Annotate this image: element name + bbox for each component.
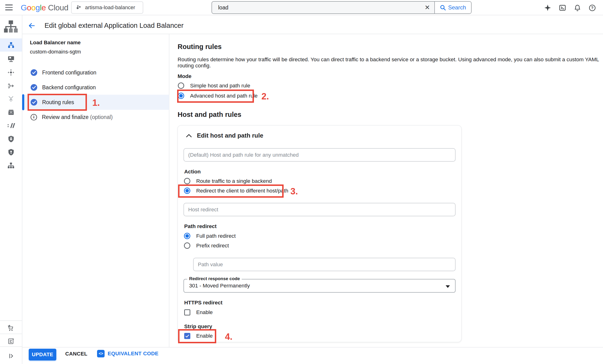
step-review-finalize[interactable]: i Review and finalize (optional) (22, 110, 169, 125)
sidebar-item-marketplace[interactable] (0, 321, 22, 335)
back-arrow-icon[interactable] (28, 22, 36, 29)
sidebar-item-load-balancing[interactable] (0, 38, 22, 52)
sidebar-item-topology[interactable] (0, 159, 22, 172)
rail-divider-line (0, 346, 22, 347)
sidebar-item-traffic-director[interactable] (0, 79, 22, 92)
radio-selected-icon (184, 188, 190, 194)
release-notes-icon (7, 338, 15, 345)
logo-letter: G (21, 3, 27, 12)
load-balancing-product-icon (3, 20, 19, 34)
sidebar-item-network-security[interactable] (0, 132, 22, 146)
archive-box-icon (8, 109, 15, 116)
cancel-button[interactable]: CANCEL (65, 351, 87, 357)
routing-rules-heading: Routing rules (178, 43, 222, 51)
annotation-number-2: 2. (261, 91, 269, 102)
check-circle-icon (31, 84, 37, 91)
radio-label: Simple host and path rule (190, 83, 250, 89)
step-frontend-configuration[interactable]: Frontend configuration (22, 65, 169, 80)
google-cloud-logo: GoogleCloud (21, 3, 68, 12)
search-bar: ✕ Search (211, 1, 472, 14)
logo-letter: o (27, 3, 31, 12)
radio-label: Prefix redirect (196, 243, 229, 249)
path-redirect-label: Path redirect (184, 223, 217, 229)
sidebar-collapse-toggle[interactable] (0, 349, 22, 363)
page-title: Edit global external Application Load Ba… (45, 22, 184, 29)
equivalent-code-button[interactable]: <> EQUIVALENT CODE (97, 350, 159, 357)
help-icon[interactable]: ? (588, 3, 597, 12)
radio-icon (178, 82, 184, 89)
step-label: Review and finalize (optional) (42, 114, 113, 120)
optional-suffix: (optional) (90, 114, 113, 120)
host-redirect-input[interactable] (184, 203, 455, 216)
notifications-bell-icon[interactable] (573, 3, 582, 12)
search-input[interactable] (212, 2, 420, 13)
step-label: Backend configuration (42, 84, 96, 91)
code-icon: <> (97, 350, 104, 357)
project-selector[interactable]: artisma-load-balancer (71, 1, 143, 14)
sidebar-item-archive[interactable] (0, 106, 22, 119)
chevron-up-icon (186, 134, 192, 137)
shield-lock-icon (8, 135, 14, 142)
rail-divider-line (0, 320, 22, 321)
cart-icon (7, 324, 15, 332)
update-button[interactable]: UPDATE (29, 349, 56, 361)
radio-prefix-redirect[interactable]: Prefix redirect (184, 242, 229, 249)
select-floating-label: Redirect response code (187, 276, 242, 281)
clear-search-icon[interactable]: ✕ (420, 2, 434, 13)
move-diamond-icon (7, 69, 15, 76)
sidebar-item-backends[interactable] (0, 52, 22, 66)
svg-text:?: ? (591, 6, 593, 10)
radio-redirect-client[interactable]: Redirect the client to different host/pa… (184, 188, 288, 194)
annotation-number-3: 3. (290, 186, 298, 197)
shield-key-icon (8, 149, 14, 156)
radio-label: Route traffic to a single backend (196, 178, 272, 184)
radio-icon (184, 178, 190, 184)
check-circle-icon (31, 99, 37, 106)
search-icon (440, 4, 446, 11)
card-title: Edit host and path rule (197, 132, 263, 139)
checkbox-unchecked-icon (184, 309, 190, 316)
step-label: Routing rules (42, 99, 74, 106)
sidebar-item-certificates[interactable] (0, 146, 22, 159)
radio-full-path-redirect[interactable]: Full path redirect (184, 233, 236, 239)
sidebar-item-hybrid-connectivity[interactable] (0, 92, 22, 106)
checkbox-label: Enable (196, 309, 213, 316)
action-label: Action (184, 169, 201, 175)
dropdown-caret-icon (446, 285, 450, 288)
redirect-response-code-select[interactable]: Redirect response code 301 - Moved Perma… (184, 279, 455, 293)
radio-selected-icon (184, 233, 190, 239)
info-icon: i (31, 114, 37, 120)
checkbox-label: Enable (196, 333, 213, 339)
path-value-input[interactable] (193, 258, 455, 271)
check-circle-icon (31, 69, 37, 76)
step-backend-configuration[interactable]: Backend configuration (22, 80, 169, 95)
monitor-icon (8, 56, 15, 62)
radio-simple-host-path[interactable]: Simple host and path rule (178, 82, 250, 89)
merge-icon (8, 96, 14, 103)
search-button[interactable]: Search (434, 2, 471, 13)
sidebar-item-release-notes[interactable] (0, 335, 22, 348)
radio-selected-icon (178, 93, 184, 99)
menu-icon[interactable] (5, 4, 13, 11)
logo-cloud-word: Cloud (48, 3, 68, 12)
header-divider (22, 34, 603, 34)
strip-query-enable-checkbox[interactable]: Enable (184, 333, 213, 339)
sidebar-item-cdn[interactable] (0, 66, 22, 79)
logo-letter: e (41, 3, 46, 12)
gemini-icon[interactable] (543, 3, 552, 12)
radio-route-single-backend[interactable]: Route traffic to a single backend (184, 178, 272, 184)
radio-label: Full path redirect (196, 233, 236, 239)
project-icon (76, 4, 82, 11)
annotation-number-4: 4. (225, 332, 232, 342)
topology-icon (7, 162, 15, 169)
cloud-shell-icon[interactable] (558, 3, 567, 12)
https-redirect-enable-checkbox[interactable]: Enable (184, 309, 213, 316)
radio-label: Advanced host and path rule (190, 93, 257, 99)
default-host-path-input[interactable] (184, 148, 455, 162)
logo-letter: g (35, 3, 40, 12)
expand-panel-icon (8, 353, 14, 359)
mode-label: Mode (178, 73, 192, 79)
radio-advanced-host-path[interactable]: Advanced host and path rule (178, 93, 257, 99)
edit-host-path-rule-toggle[interactable]: Edit host and path rule (186, 132, 263, 139)
sidebar-item-network-intelligence[interactable] (0, 119, 22, 132)
